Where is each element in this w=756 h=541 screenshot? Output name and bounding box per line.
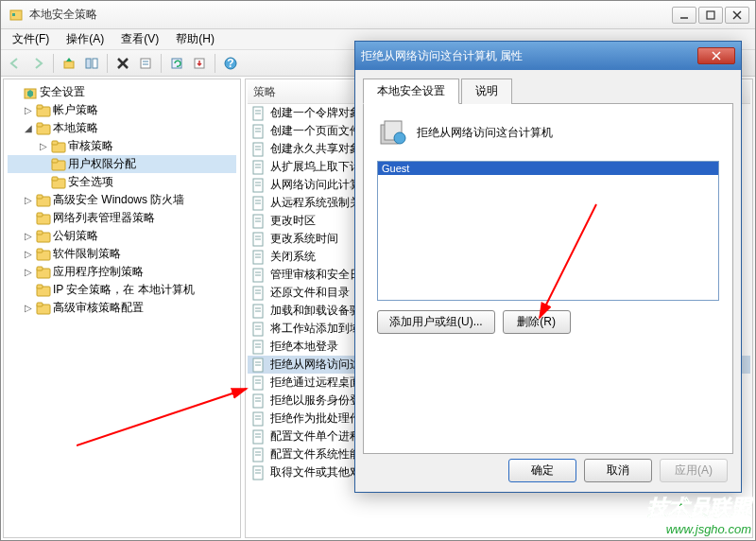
tree-item[interactable]: 安全选项 (8, 173, 236, 191)
cancel-button[interactable]: 取消 (584, 459, 652, 482)
policy-item-icon (251, 250, 266, 265)
list-label: 拒绝本地登录 (270, 339, 338, 355)
tree-item[interactable]: ▷审核策略 (8, 137, 236, 155)
svg-rect-30 (37, 195, 43, 199)
dialog-close-button[interactable] (697, 47, 735, 64)
expand-icon[interactable]: ▷ (23, 267, 34, 277)
policy-item-icon (251, 160, 266, 175)
tab-local-security[interactable]: 本地安全设置 (363, 79, 459, 104)
svg-rect-6 (64, 61, 74, 68)
help-icon[interactable]: ? (220, 53, 241, 74)
tree-item[interactable]: ▷公钥策略 (8, 227, 236, 245)
list-label: 更改系统时间 (270, 231, 338, 247)
tab-explain[interactable]: 说明 (461, 79, 512, 104)
policy-item-icon (251, 322, 266, 337)
list-label: 还原文件和目录 (270, 285, 350, 301)
dialog-tabs: 本地安全设置 说明 (363, 78, 733, 104)
svg-rect-7 (86, 59, 91, 68)
close-button[interactable] (725, 7, 749, 24)
menu-action[interactable]: 操作(A) (59, 29, 112, 49)
delete-button[interactable]: 删除(R) (503, 310, 571, 334)
ok-button[interactable]: 确定 (508, 459, 576, 482)
show-hide-button[interactable] (81, 53, 102, 74)
menu-view[interactable]: 查看(V) (113, 29, 166, 49)
expand-icon[interactable]: ◢ (23, 123, 34, 133)
policy-item-icon (251, 429, 266, 445)
tree-item[interactable]: ▷软件限制策略 (8, 245, 236, 263)
policy-item-icon (251, 358, 266, 373)
policy-item-icon (251, 375, 266, 391)
tree-label: 本地策略 (53, 120, 98, 136)
svg-point-111 (394, 132, 405, 144)
delete-icon[interactable] (112, 53, 133, 74)
svg-rect-36 (37, 249, 43, 253)
tree-item[interactable]: 用户权限分配 (8, 155, 236, 173)
menu-file[interactable]: 文件(F) (5, 29, 57, 49)
expand-icon[interactable]: ▷ (23, 195, 34, 205)
tree-label: 应用程序控制策略 (53, 264, 144, 280)
tree-item[interactable]: ▷高级审核策略配置 (8, 299, 236, 317)
policy-item-icon (251, 286, 266, 301)
policy-item-icon (251, 142, 266, 157)
tree-item[interactable]: ▷应用程序控制策略 (8, 263, 236, 281)
svg-rect-34 (37, 231, 43, 235)
tree-item[interactable]: ▷高级安全 Windows 防火墙 (8, 191, 236, 209)
list-label: 将工作站添加到域 (270, 321, 361, 337)
dialog-title: 拒绝从网络访问这台计算机 属性 (361, 48, 523, 64)
expand-icon[interactable]: ▷ (23, 249, 34, 259)
list-label: 创建一个令牌对象 (270, 105, 361, 121)
window-title: 本地安全策略 (29, 7, 97, 23)
tree-label: 高级审核策略配置 (53, 300, 144, 316)
export-icon[interactable] (189, 53, 210, 74)
folder-icon (36, 121, 51, 136)
security-icon (23, 85, 38, 100)
policy-heading: 拒绝从网络访问这台计算机 (417, 125, 553, 141)
folder-icon (36, 103, 51, 118)
properties-icon[interactable] (135, 53, 156, 74)
expand-icon[interactable]: ▷ (23, 231, 34, 241)
policy-item-icon (251, 447, 266, 462)
minimize-button[interactable] (672, 7, 696, 24)
refresh-icon[interactable] (166, 53, 187, 74)
window-controls (672, 7, 749, 24)
svg-rect-22 (37, 123, 43, 127)
svg-text:?: ? (227, 57, 233, 70)
users-listbox[interactable]: Guest (377, 161, 719, 301)
svg-rect-38 (37, 267, 43, 270)
tree-item[interactable]: IP 安全策略，在 本地计算机 (8, 281, 236, 299)
policy-item-icon (251, 124, 266, 139)
add-user-button[interactable]: 添加用户或组(U)... (377, 310, 495, 334)
expand-icon[interactable]: ▷ (23, 303, 34, 313)
dialog-title-bar[interactable]: 拒绝从网络访问这台计算机 属性 (355, 42, 741, 70)
tree-item[interactable]: ▷帐户策略 (8, 101, 236, 119)
folder-icon (36, 247, 51, 262)
listbox-item[interactable]: Guest (378, 162, 718, 175)
policy-item-icon (251, 268, 266, 283)
svg-rect-28 (52, 177, 58, 181)
forward-button[interactable] (27, 53, 48, 74)
policy-item-icon (251, 214, 266, 229)
up-button[interactable] (59, 53, 79, 74)
policy-item-icon (251, 411, 266, 427)
tree-root[interactable]: 安全设置 (8, 83, 236, 101)
tree-label: 高级安全 Windows 防火墙 (53, 192, 184, 208)
folder-icon (51, 157, 66, 172)
tree-item[interactable]: 网络列表管理器策略 (8, 209, 236, 227)
policy-item-icon (251, 393, 266, 409)
back-button[interactable] (5, 53, 26, 74)
policy-item-icon (251, 196, 266, 211)
svg-rect-11 (141, 59, 150, 68)
list-label: 配置文件单个进程 (270, 428, 361, 445)
svg-rect-3 (707, 11, 714, 19)
menu-help[interactable]: 帮助(H) (168, 29, 222, 49)
tree-label: 安全设置 (40, 84, 85, 100)
list-label: 配置文件系统性能 (270, 446, 361, 462)
tree-item[interactable]: ◢本地策略 (8, 119, 236, 137)
maximize-button[interactable] (698, 7, 723, 24)
tree-panel[interactable]: 安全设置▷帐户策略◢本地策略▷审核策略用户权限分配安全选项▷高级安全 Windo… (3, 79, 241, 538)
expand-icon[interactable]: ▷ (38, 141, 49, 151)
expand-icon[interactable]: ▷ (23, 105, 34, 115)
svg-rect-20 (37, 105, 43, 109)
tree-label: 安全选项 (68, 174, 113, 190)
apply-button[interactable]: 应用(A) (660, 459, 728, 482)
